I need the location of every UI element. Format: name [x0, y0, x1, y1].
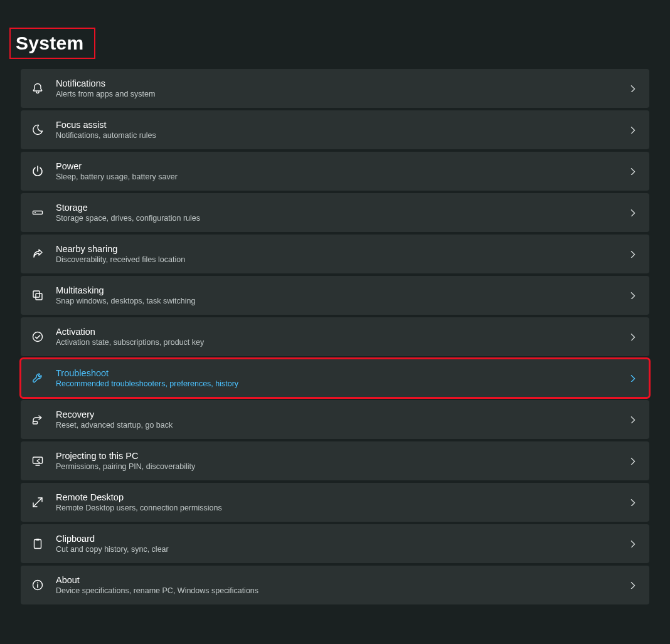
chevron-right-icon — [628, 83, 638, 93]
settings-item-text: NotificationsAlerts from apps and system — [56, 78, 628, 98]
settings-item-subtitle: Discoverability, received files location — [56, 255, 628, 264]
chevron-right-icon — [628, 539, 638, 549]
check-circle-icon — [31, 330, 45, 344]
settings-item-subtitle: Snap windows, desktops, task switching — [56, 297, 628, 305]
remote-icon — [31, 495, 45, 509]
settings-item-projecting[interactable]: Projecting to this PCPermissions, pairin… — [21, 441, 649, 480]
page-title-highlight: System — [9, 28, 95, 59]
settings-item-power[interactable]: PowerSleep, battery usage, battery saver — [21, 152, 649, 191]
settings-item-subtitle: Cut and copy history, sync, clear — [56, 545, 628, 554]
chevron-right-icon — [628, 290, 638, 300]
settings-item-title: Notifications — [56, 78, 628, 88]
chevron-right-icon — [628, 373, 638, 383]
chevron-right-icon — [628, 332, 638, 342]
settings-item-title: Troubleshoot — [56, 368, 628, 378]
settings-item-remote-desktop[interactable]: Remote DesktopRemote Desktop users, conn… — [21, 483, 649, 522]
settings-item-subtitle: Recommended troubleshooters, preferences… — [56, 379, 628, 388]
chevron-right-icon — [628, 456, 638, 466]
page-title: System — [16, 33, 84, 54]
chevron-right-icon — [628, 580, 638, 590]
settings-item-title: Nearby sharing — [56, 244, 628, 254]
settings-item-title: Projecting to this PC — [56, 451, 628, 461]
settings-item-title: Storage — [56, 203, 628, 213]
settings-item-focus-assist[interactable]: Focus assistNotifications, automatic rul… — [21, 110, 649, 149]
settings-item-subtitle: Device specifications, rename PC, Window… — [56, 586, 628, 595]
settings-item-troubleshoot[interactable]: TroubleshootRecommended troubleshooters,… — [21, 359, 649, 398]
settings-item-title: Recovery — [56, 409, 628, 420]
info-icon — [31, 578, 45, 592]
settings-item-text: ClipboardCut and copy history, sync, cle… — [56, 534, 628, 554]
chevron-right-icon — [628, 414, 638, 425]
settings-item-storage[interactable]: StorageStorage space, drives, configurat… — [21, 193, 649, 232]
wrench-icon — [31, 371, 45, 385]
power-icon — [31, 164, 45, 178]
settings-item-title: Activation — [56, 327, 628, 337]
settings-item-notifications[interactable]: NotificationsAlerts from apps and system — [21, 69, 649, 108]
settings-item-title: Remote Desktop — [56, 492, 628, 502]
settings-item-text: StorageStorage space, drives, configurat… — [56, 203, 628, 223]
page-header: System — [21, 0, 649, 69]
settings-item-about[interactable]: AboutDevice specifications, rename PC, W… — [21, 566, 649, 604]
drive-icon — [31, 206, 45, 219]
windows-icon — [31, 288, 45, 302]
settings-item-subtitle: Alerts from apps and system — [56, 90, 628, 98]
settings-item-title: About — [56, 575, 628, 585]
bell-icon — [31, 82, 45, 95]
settings-item-text: Focus assistNotifications, automatic rul… — [56, 120, 628, 140]
chevron-right-icon — [628, 208, 638, 218]
settings-item-multitasking[interactable]: MultitaskingSnap windows, desktops, task… — [21, 276, 649, 315]
settings-item-text: TroubleshootRecommended troubleshooters,… — [56, 368, 628, 388]
settings-item-title: Power — [56, 161, 628, 171]
settings-item-subtitle: Remote Desktop users, connection permiss… — [56, 504, 628, 512]
settings-item-nearby-sharing[interactable]: Nearby sharingDiscoverability, received … — [21, 235, 649, 273]
settings-item-recovery[interactable]: RecoveryReset, advanced startup, go back — [21, 400, 649, 439]
settings-item-subtitle: Sleep, battery usage, battery saver — [56, 172, 628, 181]
moon-icon — [31, 123, 45, 137]
settings-item-subtitle: Reset, advanced startup, go back — [56, 421, 628, 430]
settings-item-text: Remote DesktopRemote Desktop users, conn… — [56, 492, 628, 512]
project-icon — [31, 454, 45, 468]
settings-item-title: Multitasking — [56, 285, 628, 295]
settings-item-activation[interactable]: ActivationActivation state, subscription… — [21, 317, 649, 356]
settings-item-title: Focus assist — [56, 120, 628, 130]
settings-item-text: ActivationActivation state, subscription… — [56, 327, 628, 347]
settings-item-text: RecoveryReset, advanced startup, go back — [56, 409, 628, 430]
settings-item-subtitle: Storage space, drives, configuration rul… — [56, 214, 628, 223]
settings-item-clipboard[interactable]: ClipboardCut and copy history, sync, cle… — [21, 524, 649, 563]
settings-item-subtitle: Permissions, pairing PIN, discoverabilit… — [56, 462, 628, 471]
chevron-right-icon — [628, 497, 638, 507]
chevron-right-icon — [628, 125, 638, 135]
settings-item-text: Projecting to this PCPermissions, pairin… — [56, 451, 628, 471]
chevron-right-icon — [628, 249, 638, 259]
settings-item-title: Clipboard — [56, 534, 628, 544]
chevron-right-icon — [628, 166, 638, 176]
settings-item-subtitle: Activation state, subscriptions, product… — [56, 338, 628, 347]
settings-item-text: Nearby sharingDiscoverability, received … — [56, 244, 628, 264]
settings-item-text: AboutDevice specifications, rename PC, W… — [56, 575, 628, 595]
settings-list: NotificationsAlerts from apps and system… — [21, 69, 649, 604]
share-icon — [31, 247, 45, 261]
recovery-icon — [31, 413, 45, 426]
settings-item-text: MultitaskingSnap windows, desktops, task… — [56, 285, 628, 305]
settings-item-subtitle: Notifications, automatic rules — [56, 131, 628, 140]
settings-item-text: PowerSleep, battery usage, battery saver — [56, 161, 628, 181]
clipboard-icon — [31, 537, 45, 551]
